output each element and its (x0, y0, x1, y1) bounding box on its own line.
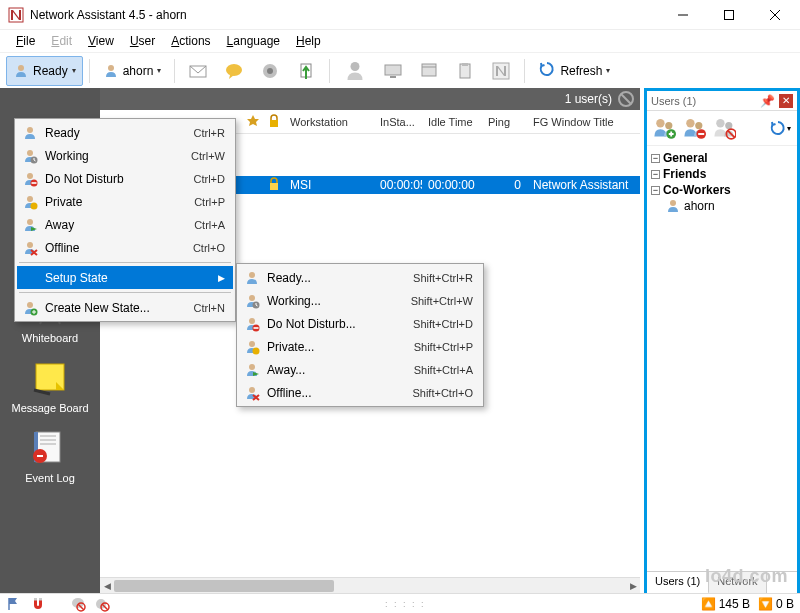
users-refresh-button[interactable]: ▾ (767, 115, 793, 141)
menu-item-offline[interactable]: OfflineCtrl+O (17, 236, 233, 259)
submenu-item-offline[interactable]: Offline...Shift+Ctrl+O (239, 381, 481, 404)
window-title: Network Assistant 4.5 - ahorn (30, 8, 660, 22)
menu-item-ready[interactable]: ReadyCtrl+R (17, 121, 233, 144)
collapse-icon[interactable]: − (651, 170, 660, 179)
submenu-item-away[interactable]: Away...Shift+Ctrl+A (239, 358, 481, 381)
remove-user-button[interactable] (681, 115, 707, 141)
chat-button[interactable] (217, 56, 251, 86)
send-file-button[interactable] (289, 56, 323, 86)
menu-item-away[interactable]: AwayCtrl+A (17, 213, 233, 236)
mute-sound-icon[interactable] (94, 596, 110, 612)
svg-point-62 (253, 347, 260, 354)
menu-separator (19, 262, 231, 263)
toolbar-separator (329, 59, 330, 83)
svg-line-24 (34, 390, 50, 394)
close-button[interactable] (752, 0, 798, 30)
svg-rect-2 (725, 10, 734, 19)
maximize-button[interactable] (706, 0, 752, 30)
user-offline-icon (21, 239, 39, 257)
users-panel-toolbar: ▾ (647, 111, 797, 146)
processes-button[interactable] (412, 56, 446, 86)
tree-group-friends[interactable]: −Friends (651, 166, 793, 182)
net-assist-button[interactable] (484, 56, 518, 86)
sidebar-item-message-board[interactable]: Message Board (5, 358, 95, 414)
screenshot-button[interactable] (376, 56, 410, 86)
column-header-icon[interactable] (240, 114, 262, 130)
message-button[interactable] (181, 56, 215, 86)
user-working-icon (21, 147, 39, 165)
menu-edit[interactable]: Edit (43, 32, 80, 50)
column-header-workstation[interactable]: Workstation (284, 116, 374, 128)
submenu-item-ready[interactable]: Ready...Shift+Ctrl+R (239, 266, 481, 289)
status-upload: 🔼145 B (701, 597, 750, 611)
event-log-icon (28, 428, 72, 468)
scroll-right-icon[interactable]: ▶ (626, 578, 640, 593)
menu-file[interactable]: File (8, 32, 43, 50)
menu-user[interactable]: User (122, 32, 163, 50)
menu-item-private[interactable]: PrivateCtrl+P (17, 190, 233, 213)
monitor-icon (383, 61, 403, 81)
submenu-item-working[interactable]: Working...Shift+Ctrl+W (239, 289, 481, 312)
block-user-button[interactable] (711, 115, 737, 141)
horizontal-scrollbar[interactable]: ◀ ▶ (100, 577, 640, 593)
column-header-idle[interactable]: Idle Time (422, 116, 482, 128)
column-header-ping[interactable]: Ping (482, 116, 527, 128)
mute-chat-icon[interactable] (70, 596, 86, 612)
column-header-fg[interactable]: FG Window Title (527, 116, 640, 128)
panel-close-button[interactable]: ✕ (779, 94, 793, 108)
users-tree[interactable]: −General −Friends −Co-Workers ahorn (647, 146, 797, 571)
cell-insta: 00:00:05 (374, 178, 422, 192)
tree-user-item[interactable]: ahorn (665, 198, 793, 214)
menu-item-create-state[interactable]: Create New State...Ctrl+N (17, 296, 233, 319)
user-info-button[interactable] (336, 56, 374, 86)
svg-rect-65 (34, 598, 37, 601)
up-arrow-icon: 🔼 (701, 597, 716, 611)
submenu-item-dnd[interactable]: Do Not Disturb...Shift+Ctrl+D (239, 312, 481, 335)
svg-point-51 (27, 219, 33, 225)
tab-network[interactable]: Network (709, 572, 766, 593)
column-header-icon[interactable] (262, 114, 284, 130)
svg-point-46 (27, 173, 33, 179)
tab-users[interactable]: Users (1) (647, 572, 709, 594)
svg-point-10 (267, 68, 273, 74)
svg-rect-18 (462, 63, 468, 66)
user-offline-icon (243, 384, 261, 402)
menu-help[interactable]: Help (288, 32, 329, 50)
svg-point-50 (31, 202, 38, 209)
flag-icon[interactable] (6, 596, 22, 612)
svg-rect-30 (270, 183, 278, 190)
user-count-label: 1 user(s) (565, 92, 612, 106)
add-user-button[interactable] (651, 115, 677, 141)
svg-point-6 (108, 65, 114, 71)
user-dropdown-button[interactable]: ahorn ▾ (96, 56, 169, 86)
menu-item-setup-state[interactable]: Setup State▶ (17, 266, 233, 289)
status-dropdown-button[interactable]: Ready ▾ (6, 56, 83, 86)
menu-view[interactable]: View (80, 32, 122, 50)
sidebar-item-event-log[interactable]: Event Log (5, 428, 95, 484)
magnet-icon[interactable] (30, 596, 46, 612)
collapse-icon[interactable]: − (651, 154, 660, 163)
refresh-button[interactable]: Refresh ▾ (531, 56, 617, 86)
menu-actions[interactable]: Actions (163, 32, 218, 50)
column-header-insta[interactable]: InSta... (374, 116, 422, 128)
toolbar: Ready ▾ ahorn ▾ Refresh ▾ (0, 52, 800, 88)
envelope-icon (188, 61, 208, 81)
collapse-icon[interactable]: − (651, 186, 660, 195)
scrollbar-thumb[interactable] (114, 580, 334, 592)
star-icon (246, 114, 260, 128)
svg-point-34 (686, 119, 694, 127)
tree-group-general[interactable]: −General (651, 150, 793, 166)
announce-button[interactable] (253, 56, 287, 86)
menu-language[interactable]: Language (219, 32, 288, 50)
caret-down-icon: ▾ (157, 66, 161, 75)
scroll-left-icon[interactable]: ◀ (100, 578, 114, 593)
tree-group-coworkers[interactable]: −Co-Workers (651, 182, 793, 198)
clipboard-button[interactable] (448, 56, 482, 86)
submenu-item-private[interactable]: Private...Shift+Ctrl+P (239, 335, 481, 358)
svg-rect-37 (698, 133, 704, 135)
menu-item-dnd[interactable]: Do Not DisturbCtrl+D (17, 167, 233, 190)
no-entry-icon[interactable] (618, 91, 634, 107)
menu-item-working[interactable]: WorkingCtrl+W (17, 144, 233, 167)
minimize-button[interactable] (660, 0, 706, 30)
pin-icon[interactable]: 📌 (760, 94, 775, 108)
